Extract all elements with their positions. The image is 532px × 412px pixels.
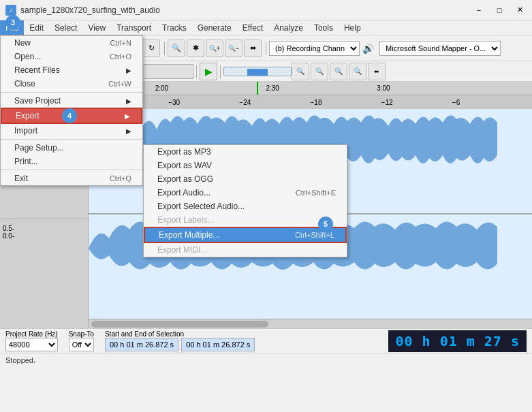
maximize-button[interactable]: □ xyxy=(490,3,509,18)
separator-2 xyxy=(1,139,142,140)
highlight-circle-5: 5 xyxy=(318,217,333,232)
menu-close[interactable]: Close Ctrl+W xyxy=(1,77,142,91)
menu-tools[interactable]: Tools xyxy=(309,20,339,35)
tool-horizontal[interactable]: ⬌ xyxy=(244,39,262,57)
scrollbar-thumb[interactable] xyxy=(91,321,268,328)
sep2 xyxy=(164,42,165,55)
track-info-bottom-content: 0.5- 0.0- xyxy=(3,225,85,240)
menu-edit[interactable]: Edit xyxy=(24,20,49,35)
zoom-slider-thumb xyxy=(247,69,267,76)
track-info-bottom: 0.5- 0.0- xyxy=(0,219,88,329)
menu-select[interactable]: Select xyxy=(49,20,82,35)
export-mp3[interactable]: Export as MP3 xyxy=(144,145,347,159)
tool-asterisk[interactable]: ✱ xyxy=(187,39,204,57)
play-button[interactable]: ▶ xyxy=(200,63,217,80)
tool-redo[interactable]: ↻ xyxy=(142,39,160,57)
app-icon: ♪ xyxy=(5,5,16,16)
h-scrollbar[interactable] xyxy=(89,319,532,328)
sound-mapper-selector[interactable]: Microsoft Sound Mapper - O... xyxy=(379,41,501,56)
export-ogg[interactable]: Export as OGG xyxy=(144,172,347,186)
volume-icon: 🔊 xyxy=(362,43,374,54)
selection-times: 00 h 01 m 26.872 s 00 h 01 m 26.872 s xyxy=(105,338,383,351)
sep5 xyxy=(220,65,221,78)
sep4 xyxy=(196,65,197,78)
ruler-neg30: −30 xyxy=(168,99,180,106)
menu-recent-files[interactable]: Recent Files ▶ xyxy=(1,63,142,77)
recording-channel-selector[interactable]: (b) Recording Chann xyxy=(269,41,360,56)
project-rate-label: Project Rate (Hz) xyxy=(5,330,58,338)
highlight-circle-3: 3 xyxy=(5,15,20,30)
menu-save-project[interactable]: Save Project ▶ xyxy=(1,94,142,108)
tool-zoom-out[interactable]: 🔍− xyxy=(225,39,242,57)
zoom-btn-3[interactable]: 🔍 xyxy=(330,63,347,80)
ruler-neg6: −6 xyxy=(452,99,460,106)
zoom-btn-5[interactable]: ⬌ xyxy=(368,63,386,80)
zoom-btn-1[interactable]: 🔍 xyxy=(292,63,309,80)
export-labels: Export Labels... xyxy=(144,213,347,227)
export-selected-audio[interactable]: Export Selected Audio... xyxy=(144,200,347,213)
status-text: Stopped. xyxy=(5,356,35,364)
zoom-btn-2[interactable]: 🔍 xyxy=(311,63,328,80)
menu-transport[interactable]: Transport xyxy=(111,20,157,35)
menu-open[interactable]: Open... Ctrl+O xyxy=(1,50,142,63)
ruler-neg18: −18 xyxy=(311,99,322,106)
window-controls: − □ ✕ xyxy=(469,3,529,18)
export-audio[interactable]: Export Audio... Ctrl+Shift+E xyxy=(144,186,347,200)
zoom-btn-4[interactable]: 🔍 xyxy=(349,63,366,80)
time-end-display: 00 h 01 m 26.872 s xyxy=(181,338,255,351)
time-2-00: 2:00 xyxy=(155,84,168,92)
snap-to-label: Snap-To xyxy=(69,330,94,338)
menu-generate[interactable]: Generate xyxy=(192,20,237,35)
export-midi: Export MIDI... xyxy=(144,243,347,257)
export-multiple[interactable]: Export Multiple... Ctrl+Shift+L xyxy=(144,227,347,243)
ruler-neg24: −24 xyxy=(239,99,251,106)
level-bot-zero: 0.0- xyxy=(3,232,85,240)
level-bot-label: 0.5- xyxy=(3,225,85,232)
time-2-30: 2:30 xyxy=(266,84,279,92)
selection-section: Start and End of Selection 00 h 01 m 26.… xyxy=(105,330,383,351)
sep3 xyxy=(266,42,266,55)
title-bar: ♪ sample_1280x720_surfing_with_audio − □… xyxy=(0,0,532,20)
menu-analyze[interactable]: Analyze xyxy=(268,20,309,35)
export-wav[interactable]: Export as WAV xyxy=(144,159,347,172)
menu-effect[interactable]: Effect xyxy=(237,20,268,35)
ruler-neg12: −12 xyxy=(381,99,393,106)
play-cursor xyxy=(257,82,258,95)
close-button[interactable]: ✕ xyxy=(510,3,529,18)
separator-1 xyxy=(1,92,142,93)
time-start-display: 00 h 01 m 26.872 s xyxy=(105,338,178,351)
snap-to-section: Snap-To Off xyxy=(69,330,94,351)
ruler-top: 2:00 2:30 3:00 xyxy=(89,82,532,95)
menu-help[interactable]: Help xyxy=(339,20,366,35)
snap-to-selector[interactable]: Off xyxy=(69,338,94,351)
tool-zoom-in[interactable]: 🔍 xyxy=(168,39,185,57)
menu-import[interactable]: Import ▶ xyxy=(1,124,142,138)
menu-page-setup[interactable]: Page Setup... xyxy=(1,141,142,155)
project-rate-selector[interactable]: 48000 xyxy=(5,338,58,351)
minimize-button[interactable]: − xyxy=(469,3,488,18)
ruler-bottom: −36 −30 −24 −18 −12 −6 xyxy=(89,95,532,109)
menu-bar: File Edit Select View Transport Tracks G… xyxy=(0,20,532,35)
ruler-right: 2:00 2:30 3:00 −36 −30 −24 −18 −12 −6 xyxy=(89,82,532,108)
tool-zoom-fit[interactable]: 🔍+ xyxy=(206,39,223,57)
bottom-status-bar: Stopped. xyxy=(0,353,532,366)
separator-3 xyxy=(1,170,142,170)
menu-tracks[interactable]: Tracks xyxy=(157,20,192,35)
zoom-slider-area[interactable] xyxy=(223,67,292,76)
menu-exit[interactable]: Exit Ctrl+Q xyxy=(1,172,142,185)
menu-print[interactable]: Print... xyxy=(1,155,142,168)
highlight-circle-4: 4 xyxy=(62,108,77,123)
menu-new[interactable]: New Ctrl+N xyxy=(1,36,142,50)
menu-view[interactable]: View xyxy=(82,20,111,35)
large-time-display: 00 h 01 m 27 s xyxy=(388,330,527,352)
time-3-00: 3:00 xyxy=(377,84,390,92)
window-title: sample_1280x720_surfing_with_audio xyxy=(20,5,160,15)
status-bar: Project Rate (Hz) 48000 Snap-To Off Star… xyxy=(0,328,532,353)
selection-label: Start and End of Selection xyxy=(105,330,383,338)
export-submenu: Export as MP3 Export as WAV Export as OG… xyxy=(143,144,347,257)
project-rate-section: Project Rate (Hz) 48000 xyxy=(5,330,58,351)
